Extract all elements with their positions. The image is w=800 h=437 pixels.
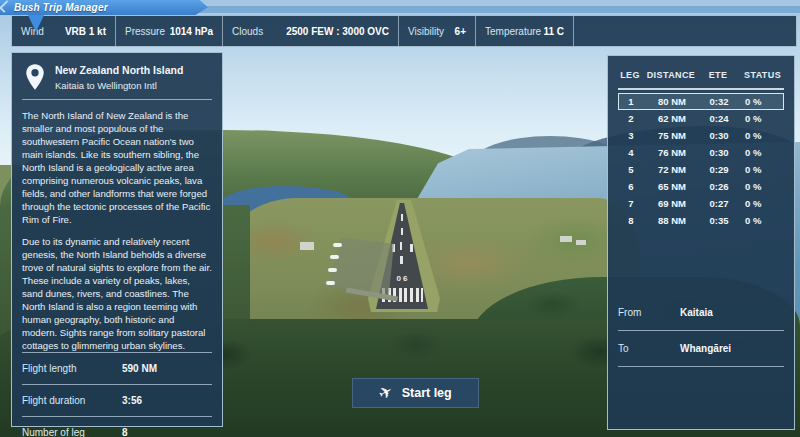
- parked-aircraft: [326, 281, 335, 285]
- weather-bar-filler: [574, 16, 796, 46]
- hangar: [560, 236, 572, 242]
- leg-cell-status: 0 %: [737, 215, 783, 226]
- legs-panel: LEGDISTANCEETESTATUS 180 NM0:320 %262 NM…: [607, 55, 795, 430]
- start-leg-button[interactable]: ✈ Start leg: [352, 378, 479, 408]
- weather-label: Clouds: [232, 26, 263, 37]
- leg-cell-ete: 0:32: [701, 96, 737, 107]
- leg-row-5[interactable]: 572 NM0:290 %: [618, 161, 784, 178]
- airplane-icon: ✈: [376, 383, 395, 403]
- leg-cell-ete: 0:30: [701, 147, 737, 158]
- weather-item-clouds: Clouds2500 FEW : 3000 OVC: [223, 16, 399, 46]
- weather-label: Temperature: [485, 26, 541, 37]
- stat-label: Number of leg: [22, 427, 122, 437]
- leg-cell-status: 0 %: [737, 130, 783, 141]
- leg-cell-leg: 2: [619, 113, 643, 124]
- leg-cell-leg: 6: [619, 181, 643, 192]
- leg-row-8[interactable]: 888 NM0:350 %: [618, 212, 784, 229]
- trip-title: New Zealand North Island: [55, 64, 183, 76]
- leg-cell-ete: 0:29: [701, 164, 737, 175]
- panel-bottom-spacer: [618, 367, 784, 429]
- runway-centerline: [400, 256, 403, 264]
- legs-table-body: 180 NM0:320 %262 NM0:240 %375 NM0:300 %4…: [618, 93, 784, 229]
- leg-row-7[interactable]: 769 NM0:270 %: [618, 195, 784, 212]
- header-rule: [618, 88, 784, 90]
- map-pin-icon: [24, 63, 46, 91]
- leg-cell-ete: 0:30: [701, 130, 737, 141]
- runway-touchdown-mark: [410, 244, 413, 252]
- stat-value: 8: [122, 427, 212, 437]
- leg-cell-distance: 88 NM: [643, 215, 701, 226]
- leg-cell-ete: 0:35: [701, 215, 737, 226]
- bush-trip-manager-tab[interactable]: Bush Trip Manager: [0, 0, 208, 15]
- leg-row-6[interactable]: 665 NM0:260 %: [618, 178, 784, 195]
- weather-item-temperature: Temperature11 C: [476, 16, 574, 46]
- leg-row-3[interactable]: 375 NM0:300 %: [618, 127, 784, 144]
- runway-centerline: [401, 214, 403, 221]
- leg-cell-distance: 80 NM: [643, 96, 701, 107]
- weather-value: 2500 FEW : 3000 OVC: [286, 26, 389, 37]
- leg-row-1[interactable]: 180 NM0:320 %: [618, 93, 784, 110]
- column-header-distance: DISTANCE: [642, 70, 700, 80]
- weather-bar: WindVRB 1 ktPressure1014 hPaClouds2500 F…: [11, 15, 797, 47]
- trip-info-panel: New Zealand North Island Kaitaia to Well…: [11, 52, 223, 427]
- trip-description-paragraph: Due to its dynamic and relatively recent…: [22, 235, 212, 352]
- trip-stats: Flight length590 NMFlight duration3:56Nu…: [22, 352, 212, 437]
- route-section: FromKaitaiaToWhangārei: [618, 295, 784, 367]
- route-label: To: [618, 343, 680, 354]
- weather-item-visibility: Visibility6+: [399, 16, 476, 46]
- leg-cell-leg: 4: [619, 147, 643, 158]
- leg-cell-leg: 3: [619, 130, 643, 141]
- stat-row-flight-duration: Flight duration3:56: [22, 384, 212, 416]
- hangar: [300, 242, 314, 250]
- hangar: [576, 240, 586, 245]
- leg-cell-status: 0 %: [737, 198, 783, 209]
- start-leg-label: Start leg: [402, 386, 452, 400]
- leg-cell-leg: 7: [619, 198, 643, 209]
- divider: [22, 99, 212, 100]
- leg-cell-distance: 69 NM: [643, 198, 701, 209]
- leg-cell-status: 0 %: [737, 164, 783, 175]
- leg-row-2[interactable]: 262 NM0:240 %: [618, 110, 784, 127]
- parked-aircraft: [328, 268, 337, 272]
- weather-label: Pressure: [125, 26, 165, 37]
- stat-row-flight-length: Flight length590 NM: [22, 352, 212, 384]
- route-row-from: FromKaitaia: [618, 295, 784, 331]
- parked-aircraft: [333, 243, 342, 247]
- leg-row-4[interactable]: 476 NM0:300 %: [618, 144, 784, 161]
- leg-cell-distance: 65 NM: [643, 181, 701, 192]
- leg-cell-status: 0 %: [737, 96, 783, 107]
- runway-number: 06: [393, 274, 413, 283]
- trip-route-subtitle: Kaitaia to Wellington Intl: [55, 80, 183, 91]
- leg-cell-status: 0 %: [737, 147, 783, 158]
- parked-aircraft: [330, 255, 339, 259]
- runway-centerline: [400, 242, 402, 250]
- column-header-ete: ETE: [700, 70, 736, 80]
- trip-header: New Zealand North Island Kaitaia to Well…: [22, 61, 212, 99]
- route-label: From: [618, 307, 680, 318]
- weather-value: 1014 hPa: [170, 26, 213, 37]
- leg-cell-distance: 62 NM: [643, 113, 701, 124]
- banner-pointer-icon: [27, 13, 45, 32]
- legs-table-header: LEGDISTANCEETESTATUS: [618, 64, 784, 86]
- leg-cell-ete: 0:26: [701, 181, 737, 192]
- route-row-to: ToWhangārei: [618, 331, 784, 367]
- stat-label: Flight duration: [22, 395, 122, 406]
- weather-value: 6+: [455, 26, 466, 37]
- leg-cell-ete: 0:27: [701, 198, 737, 209]
- leg-cell-leg: 5: [619, 164, 643, 175]
- stat-label: Flight length: [22, 363, 122, 374]
- leg-cell-distance: 72 NM: [643, 164, 701, 175]
- stat-row-number-of-leg: Number of leg8: [22, 416, 212, 437]
- stat-value: 3:56: [122, 395, 212, 406]
- column-header-status: STATUS: [736, 70, 784, 80]
- weather-item-pressure: Pressure1014 hPa: [116, 16, 223, 46]
- stat-value: 590 NM: [122, 363, 212, 374]
- window-title: Bush Trip Manager: [14, 2, 108, 13]
- leg-cell-status: 0 %: [737, 181, 783, 192]
- leg-cell-distance: 76 NM: [643, 147, 701, 158]
- column-header-leg: LEG: [618, 70, 642, 80]
- leg-cell-leg: 1: [619, 96, 643, 107]
- trip-description-paragraph: The North Island of New Zealand is the s…: [22, 109, 212, 226]
- leg-cell-distance: 75 NM: [643, 130, 701, 141]
- leg-cell-leg: 8: [619, 215, 643, 226]
